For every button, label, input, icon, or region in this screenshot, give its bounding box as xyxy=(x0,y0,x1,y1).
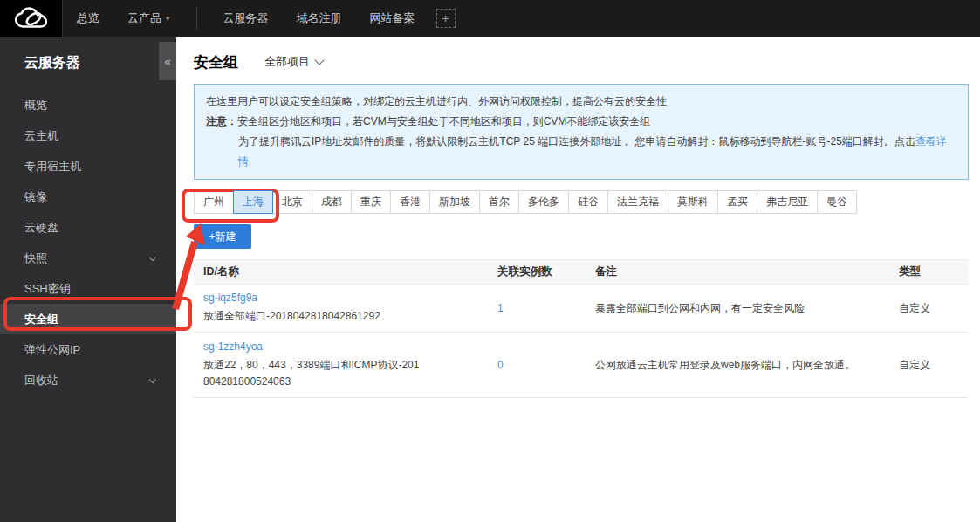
sidebar-item-label: 云硬盘 xyxy=(24,221,58,234)
topnav-cloud-products[interactable]: 云产品 ▾ xyxy=(113,0,184,37)
region-tab-virginia[interactable]: 弗吉尼亚 xyxy=(757,190,818,214)
sidebar-item-snapshots[interactable]: 快照 xyxy=(0,243,176,273)
instance-count-link[interactable]: 0 xyxy=(497,359,504,371)
new-security-group-button[interactable]: +新建 xyxy=(194,224,251,249)
region-tab-silicon-valley[interactable]: 硅谷 xyxy=(568,190,608,214)
cloud-logo-icon xyxy=(14,6,49,31)
sidebar-item-elastic-public-ip[interactable]: 弹性公网IP xyxy=(0,334,176,365)
security-group-name: 放通22，80，443，3389端口和ICMP协议-20180428180052… xyxy=(203,357,421,390)
topnav-icp-label: 网站备案 xyxy=(370,10,415,26)
caret-down-icon: ▾ xyxy=(166,14,170,23)
plus-glyph: + xyxy=(442,11,449,25)
region-tabs: 广州 上海 北京 成都 重庆 香港 新加坡 首尔 多伦多 硅谷 法兰克福 莫斯科… xyxy=(194,190,969,214)
region-tab-toronto[interactable]: 多伦多 xyxy=(518,190,569,214)
sidebar-item-label: 专用宿主机 xyxy=(24,160,81,173)
region-tab-shanghai[interactable]: 上海 xyxy=(233,190,273,214)
topnav-cvm-label: 云服务器 xyxy=(223,10,269,26)
cell-type: 自定义 xyxy=(889,301,969,316)
chevron-down-icon xyxy=(314,55,324,65)
region-tab-chengdu[interactable]: 成都 xyxy=(312,190,352,214)
region-tab-singapore[interactable]: 新加坡 xyxy=(429,190,480,214)
topnav-divider xyxy=(196,7,197,30)
cell-type: 自定义 xyxy=(889,358,969,373)
sidebar-item-overview[interactable]: 概览 xyxy=(0,90,176,120)
instance-count-link[interactable]: 1 xyxy=(497,302,504,314)
cell-instances: 0 xyxy=(488,359,586,371)
region-tab-moscow[interactable]: 莫斯科 xyxy=(668,190,718,214)
sidebar-item-label: 镜像 xyxy=(24,190,47,203)
notice-line-2: 注意：安全组区分地区和项目，若CVM与安全组处于不同地区和项目，则CVM不能绑定… xyxy=(206,112,956,132)
sidebar: 云服务器 « 概览 云主机 专用宿主机 镜像 云硬盘 快照 SSH密钥 安全组 … xyxy=(0,37,176,522)
security-group-table: ID/名称 关联实例数 备注 类型 sg-iqz5fg9a 放通全部端口-201… xyxy=(194,259,969,398)
column-header-type: 类型 xyxy=(889,264,969,279)
cell-instances: 1 xyxy=(488,302,586,314)
cell-remark: 公网放通云主机常用登录及web服务端口，内网全放通。 xyxy=(586,358,889,373)
region-tab-mumbai[interactable]: 孟买 xyxy=(717,190,757,214)
table-row: sg-1zzh4yoa 放通22，80，443，3389端口和ICMP协议-20… xyxy=(194,333,969,398)
chevron-down-icon xyxy=(149,254,156,261)
notice-line-3-text: 为了提升腾讯云IP地址发邮件的质量，将默认限制云主机TCP 25 端口连接外部地… xyxy=(238,135,915,148)
collapse-icon: « xyxy=(164,55,170,68)
topnav-domain-registration[interactable]: 域名注册 xyxy=(283,0,356,37)
project-filter-dropdown[interactable]: 全部项目 xyxy=(264,54,323,70)
table-header-row: ID/名称 关联实例数 备注 类型 xyxy=(194,259,969,285)
notice-line-3: 为了提升腾讯云IP地址发邮件的质量，将默认限制云主机TCP 25 端口连接外部地… xyxy=(206,132,956,172)
region-tab-hongkong[interactable]: 香港 xyxy=(390,190,430,214)
topnav-cvm[interactable]: 云服务器 xyxy=(209,0,283,37)
sidebar-item-recycle-bin[interactable]: 回收站 xyxy=(0,365,176,395)
column-header-remark: 备注 xyxy=(586,264,889,279)
sidebar-item-label: 快照 xyxy=(24,251,47,264)
sidebar-item-images[interactable]: 镜像 xyxy=(0,182,176,212)
sidebar-item-label: 安全组 xyxy=(24,313,58,326)
sidebar-item-label: 云主机 xyxy=(24,129,58,142)
topbar: 总览 云产品 ▾ 云服务器 域名注册 网站备案 + xyxy=(0,0,980,37)
cell-remark: 暴露全部端口到公网和内网，有一定安全风险 xyxy=(586,301,889,316)
sidebar-collapse-button[interactable]: « xyxy=(159,42,176,80)
sidebar-item-label: SSH密钥 xyxy=(24,282,71,295)
tencent-cloud-logo[interactable] xyxy=(0,0,63,37)
notice-banner: 在这里用户可以设定安全组策略，对绑定的云主机进行内、外网访问权限控制，提高公有云… xyxy=(194,84,969,180)
region-tab-seoul[interactable]: 首尔 xyxy=(479,190,519,214)
table-body: sg-iqz5fg9a 放通全部端口-2018042818042861292 1… xyxy=(194,285,969,398)
project-filter-label: 全部项目 xyxy=(264,54,310,70)
sidebar-item-dedicated-host[interactable]: 专用宿主机 xyxy=(0,151,176,182)
sidebar-item-label: 概览 xyxy=(24,99,47,112)
sidebar-item-ssh-keys[interactable]: SSH密钥 xyxy=(0,273,176,304)
region-tab-guangzhou[interactable]: 广州 xyxy=(194,190,234,214)
cell-id-name: sg-iqz5fg9a 放通全部端口-2018042818042861292 xyxy=(194,292,488,325)
region-tab-beijing[interactable]: 北京 xyxy=(272,190,312,214)
sidebar-item-label: 回收站 xyxy=(24,374,58,387)
sidebar-item-security-groups[interactable]: 安全组 xyxy=(0,304,176,334)
security-group-name: 放通全部端口-2018042818042861292 xyxy=(203,308,421,325)
topnav-cloud-products-label: 云产品 xyxy=(127,10,161,26)
topnav-domain-label: 域名注册 xyxy=(297,10,342,26)
sidebar-title: 云服务器 xyxy=(0,37,176,88)
cell-id-name: sg-1zzh4yoa 放通22，80，443，3389端口和ICMP协议-20… xyxy=(194,340,488,390)
notice-line-2-text: 安全组区分地区和项目，若CVM与安全组处于不同地区和项目，则CVM不能绑定该安全… xyxy=(237,115,650,127)
main-content: 安全组 全部项目 在这里用户可以设定安全组策略，对绑定的云主机进行内、外网访问权… xyxy=(176,37,980,522)
region-tab-frankfurt[interactable]: 法兰克福 xyxy=(607,190,668,214)
region-tab-bangkok[interactable]: 曼谷 xyxy=(817,190,857,214)
sidebar-item-cvm-instances[interactable]: 云主机 xyxy=(0,120,176,151)
page-header: 安全组 全部项目 xyxy=(194,49,969,75)
table-row: sg-iqz5fg9a 放通全部端口-2018042818042861292 1… xyxy=(194,285,969,333)
chevron-down-icon xyxy=(149,376,156,383)
topnav-overview[interactable]: 总览 xyxy=(63,0,113,37)
page-title: 安全组 xyxy=(194,52,238,72)
topnav-website-icp[interactable]: 网站备案 xyxy=(356,0,429,37)
sidebar-menu: 概览 云主机 专用宿主机 镜像 云硬盘 快照 SSH密钥 安全组 弹性公网IP … xyxy=(0,90,176,395)
column-header-instances: 关联实例数 xyxy=(488,264,586,279)
add-shortcut-icon[interactable]: + xyxy=(436,9,456,28)
region-tab-chongqing[interactable]: 重庆 xyxy=(351,190,391,214)
topnav-overview-label: 总览 xyxy=(77,10,99,26)
notice-label: 注意： xyxy=(206,115,237,127)
sidebar-item-cloud-disks[interactable]: 云硬盘 xyxy=(0,212,176,243)
sidebar-item-label: 弹性公网IP xyxy=(24,343,80,356)
column-header-id-name: ID/名称 xyxy=(194,264,488,279)
notice-line-1: 在这里用户可以设定安全组策略，对绑定的云主机进行内、外网访问权限控制，提高公有云… xyxy=(206,92,956,112)
security-group-id-link[interactable]: sg-1zzh4yoa xyxy=(203,340,263,353)
security-group-id-link[interactable]: sg-iqz5fg9a xyxy=(203,292,257,304)
